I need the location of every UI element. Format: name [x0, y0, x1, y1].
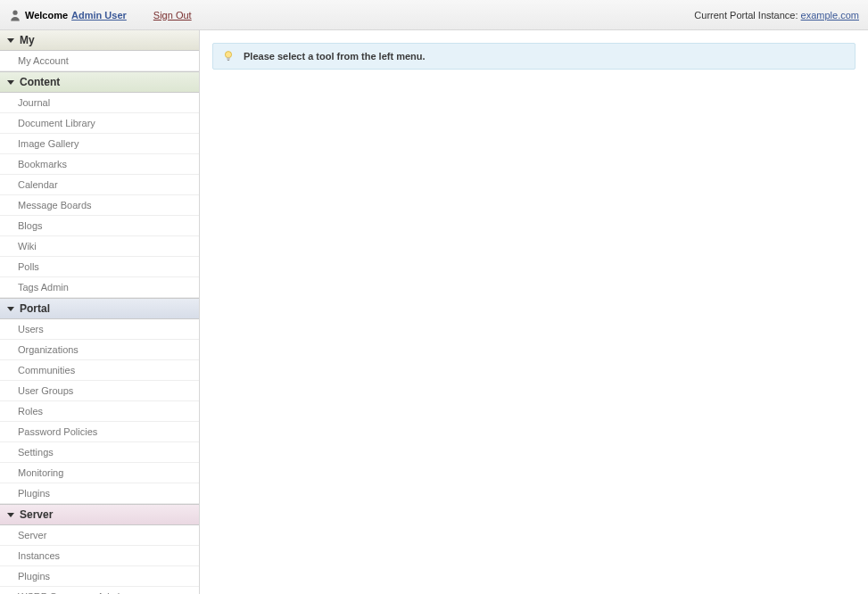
nav-item-password-policies[interactable]: Password Policies — [0, 422, 199, 442]
lightbulb-icon — [222, 50, 235, 62]
nav-item-document-library[interactable]: Document Library — [0, 113, 199, 134]
nav-item-my-account[interactable]: My Account — [0, 51, 199, 71]
info-message: Please select a tool from the left menu. — [244, 51, 426, 62]
section-title: Portal — [20, 302, 50, 315]
nav-item-roles[interactable]: Roles — [0, 401, 199, 422]
section-items: My Account — [0, 51, 199, 71]
nav-item-users[interactable]: Users — [0, 319, 199, 340]
topbar-left: Welcome Admin User Sign Out — [9, 9, 192, 21]
info-box: Please select a tool from the left menu. — [212, 43, 856, 70]
section-title: Content — [20, 76, 60, 88]
nav-item-server[interactable]: Server — [0, 525, 199, 546]
nav-item-settings[interactable]: Settings — [0, 442, 199, 463]
top-bar: Welcome Admin User Sign Out Current Port… — [0, 0, 868, 30]
nav-item-monitoring[interactable]: Monitoring — [0, 463, 199, 483]
nav-item-wiki[interactable]: Wiki — [0, 236, 199, 257]
sidebar: MyMy AccountContentJournalDocument Libra… — [0, 30, 200, 594]
topbar-right: Current Portal Instance: example.com — [694, 10, 859, 21]
nav-item-organizations[interactable]: Organizations — [0, 340, 199, 360]
instance-label: Current Portal Instance: — [694, 10, 798, 21]
section-header-portal[interactable]: Portal — [0, 298, 199, 319]
nav-item-bookmarks[interactable]: Bookmarks — [0, 154, 199, 175]
nav-item-message-boards[interactable]: Message Boards — [0, 195, 199, 216]
chevron-down-icon — [7, 80, 14, 85]
nav-item-polls[interactable]: Polls — [0, 257, 199, 277]
nav-item-calendar[interactable]: Calendar — [0, 175, 199, 195]
section-header-server[interactable]: Server — [0, 504, 199, 525]
chevron-down-icon — [7, 307, 14, 311]
nav-item-journal[interactable]: Journal — [0, 93, 199, 113]
nav-item-plugins[interactable]: Plugins — [0, 483, 199, 504]
section-title: Server — [20, 508, 53, 521]
sign-out-link[interactable]: Sign Out — [153, 10, 192, 21]
nav-item-tags-admin[interactable]: Tags Admin — [0, 277, 199, 298]
section-items: UsersOrganizationsCommunitiesUser Groups… — [0, 319, 199, 504]
user-link[interactable]: Admin User — [71, 10, 127, 21]
svg-rect-3 — [227, 60, 230, 61]
svg-point-1 — [225, 52, 231, 58]
section-header-content[interactable]: Content — [0, 71, 199, 93]
svg-point-0 — [12, 10, 17, 14]
nav-item-communities[interactable]: Communities — [0, 360, 199, 381]
main-content: Please select a tool from the left menu. — [200, 30, 868, 594]
welcome-label: Welcome — [25, 10, 68, 21]
nav-item-image-gallery[interactable]: Image Gallery — [0, 134, 199, 154]
nav-item-instances[interactable]: Instances — [0, 546, 199, 566]
chevron-down-icon — [7, 513, 14, 517]
section-header-my[interactable]: My — [0, 30, 199, 51]
svg-rect-2 — [227, 57, 229, 59]
nav-item-wsrp-consumer-admin[interactable]: WSRP Consumer Admin — [0, 587, 199, 594]
section-items: ServerInstancesPluginsWSRP Consumer Admi… — [0, 525, 199, 594]
nav-item-user-groups[interactable]: User Groups — [0, 381, 199, 401]
chevron-down-icon — [7, 38, 14, 43]
nav-item-blogs[interactable]: Blogs — [0, 216, 199, 236]
user-icon — [9, 9, 21, 21]
section-items: JournalDocument LibraryImage GalleryBook… — [0, 93, 199, 298]
section-title: My — [20, 34, 35, 46]
instance-link[interactable]: example.com — [801, 10, 859, 21]
nav-item-plugins[interactable]: Plugins — [0, 566, 199, 587]
